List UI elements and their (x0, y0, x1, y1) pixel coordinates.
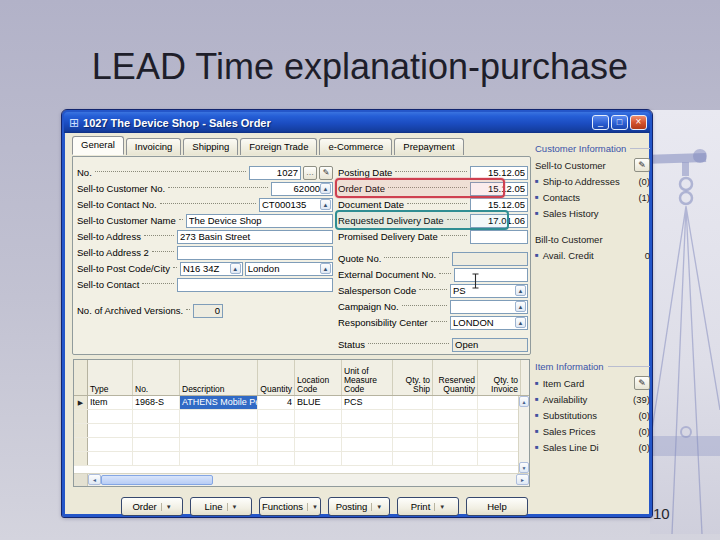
lookup-icon[interactable]: ▲ (320, 263, 331, 274)
cell-description[interactable]: ATHENS Mobile Ped (180, 396, 258, 409)
lookup-icon[interactable]: ▲ (320, 183, 331, 194)
scrollbar-track[interactable] (213, 474, 516, 486)
scroll-up-icon[interactable]: ▲ (519, 396, 529, 407)
link-sales-line-disc[interactable]: ■ Sales Line Di (0) (535, 439, 650, 455)
assist-edit-button[interactable]: … (303, 166, 317, 180)
bill-to-customer-row: Bill-to Customer (535, 231, 650, 247)
document-date-input[interactable]: 15.12.05 (470, 198, 528, 212)
campaign-no-input[interactable]: ▲ (450, 300, 528, 314)
responsibility-center-input[interactable]: LONDON▲ (450, 316, 528, 330)
link-sales-prices[interactable]: ■ Sales Prices (0) (535, 423, 650, 439)
field-quote-no: Quote No. (338, 251, 528, 266)
sales-line-row[interactable]: ▶ Item 1968-S ATHENS Mobile Ped 4 BLUE P… (74, 396, 529, 410)
scrollbar-thumb[interactable] (101, 475, 213, 485)
edit-document-button[interactable]: ✎ (319, 166, 333, 180)
cell-type[interactable]: Item (88, 396, 133, 409)
empty-grid-row[interactable] (74, 410, 529, 424)
tab-invoicing[interactable]: Invoicing (126, 138, 182, 155)
link-label[interactable]: Item Card (543, 378, 585, 389)
window-titlebar[interactable]: ⊞ 1027 The Device Shop - Sales Order _ □… (64, 112, 650, 133)
column-header[interactable]: Reserved Quantity (433, 360, 478, 395)
order-date-input[interactable]: 15.12.05 (470, 182, 528, 196)
sell-to-address-2-input[interactable] (177, 246, 333, 260)
sales-lines-grid: Type No. Description Quantity Location C… (73, 359, 530, 487)
post-code-input[interactable]: N16 34Z▲ (180, 262, 243, 276)
grid-horizontal-scrollbar[interactable]: ◄ ► (74, 473, 529, 486)
sell-to-contact-no-input[interactable]: CT000135▲ (259, 198, 333, 212)
lookup-icon[interactable]: ▲ (515, 301, 526, 312)
cell-no[interactable]: 1968-S (133, 396, 180, 409)
print-menu-button[interactable]: Print▼ (397, 497, 459, 516)
sell-to-contact-input[interactable] (177, 278, 333, 292)
cell-reserved-quantity[interactable] (433, 396, 478, 409)
lookup-icon[interactable]: ▲ (515, 317, 526, 328)
link-contacts[interactable]: ■ Contacts (1) (535, 189, 650, 205)
row-selector-cell[interactable]: ▶ (74, 396, 88, 409)
empty-grid-row[interactable] (74, 452, 529, 466)
cell-uom-code[interactable]: PCS (342, 396, 393, 409)
order-menu-button[interactable]: Order▼ (121, 497, 183, 516)
cell-location-code[interactable]: BLUE (295, 396, 342, 409)
link-label[interactable]: Availability (543, 394, 588, 405)
link-label[interactable]: Avail. Credit (543, 250, 594, 261)
help-button[interactable]: Help (466, 497, 528, 516)
minimize-button[interactable]: _ (592, 115, 609, 130)
link-availability[interactable]: ■ Availability (39) (535, 391, 650, 407)
item-card-row[interactable]: ■ Item Card ✎ (535, 375, 650, 391)
column-header[interactable]: Type (88, 360, 133, 395)
sell-to-address-input[interactable]: 273 Basin Street (177, 230, 333, 244)
salesperson-code-input[interactable]: PS▲ (450, 284, 528, 298)
posting-menu-button[interactable]: Posting▼ (328, 497, 390, 516)
close-button[interactable]: × (630, 115, 647, 130)
lookup-icon[interactable]: ▲ (230, 263, 241, 274)
edit-customer-card-button[interactable]: ✎ (634, 158, 650, 172)
column-header[interactable]: Qty. to Ship (393, 360, 433, 395)
empty-grid-row[interactable] (74, 438, 529, 452)
lookup-icon[interactable]: ▲ (320, 199, 331, 210)
tab-general[interactable]: General (72, 136, 124, 155)
posting-date-input[interactable]: 15.12.05 (470, 166, 528, 180)
column-header[interactable]: Unit of Measure Code (342, 360, 393, 395)
scroll-right-icon[interactable]: ► (516, 474, 529, 485)
tab-prepayment[interactable]: Prepayment (394, 138, 463, 155)
maximize-button[interactable]: □ (611, 115, 628, 130)
no-input[interactable]: 1027 (249, 166, 301, 180)
column-header[interactable]: No. (133, 360, 180, 395)
column-header[interactable]: Quantity (258, 360, 295, 395)
link-sales-history[interactable]: ■ Sales History (535, 205, 650, 221)
edit-item-card-button[interactable]: ✎ (634, 376, 650, 390)
scroll-left-icon[interactable]: ◄ (88, 474, 101, 485)
cell-qty-to-ship[interactable] (393, 396, 433, 409)
link-label[interactable]: Sales Line Di (543, 442, 599, 453)
lookup-icon[interactable]: ▲ (515, 285, 526, 296)
link-avail-credit[interactable]: ■ Avail. Credit 0 (535, 247, 650, 263)
tab-foreign-trade[interactable]: Foreign Trade (240, 138, 317, 155)
requested-delivery-date-input[interactable]: 17.01.06 (470, 214, 528, 228)
sell-to-customer-name-input[interactable]: The Device Shop (186, 214, 333, 228)
link-label[interactable]: Contacts (543, 192, 581, 203)
link-ship-to-addresses[interactable]: ■ Ship-to Addresses (0) (535, 173, 650, 189)
sell-to-customer-no-input[interactable]: 62000▲ (271, 182, 333, 196)
field-label: No. of Archived Versions. (77, 305, 183, 316)
link-label[interactable]: Sales Prices (543, 426, 596, 437)
empty-grid-row[interactable] (74, 424, 529, 438)
link-label[interactable]: Ship-to Addresses (543, 176, 620, 187)
column-header[interactable]: Description (180, 360, 258, 395)
tab-ecommerce[interactable]: e-Commerce (319, 138, 392, 155)
link-substitutions[interactable]: ■ Substitutions (0) (535, 407, 650, 423)
link-label[interactable]: Sales History (543, 208, 599, 219)
functions-menu-button[interactable]: Functions▼ (259, 497, 321, 516)
cell-quantity[interactable]: 4 (258, 396, 295, 409)
grid-vertical-scrollbar[interactable]: ▲ ▼ (518, 396, 529, 473)
field-label: Salesperson Code (338, 285, 416, 296)
city-input[interactable]: London▲ (245, 262, 333, 276)
line-menu-button[interactable]: Line▼ (190, 497, 252, 516)
tab-shipping[interactable]: Shipping (183, 138, 238, 155)
link-label[interactable]: Substitutions (543, 410, 597, 421)
column-header[interactable]: Qty. to Invoice (478, 360, 521, 395)
scroll-down-icon[interactable]: ▼ (519, 462, 529, 473)
column-header[interactable]: Location Code (295, 360, 342, 395)
external-document-no-input[interactable] (454, 268, 528, 282)
promised-delivery-date-input[interactable] (470, 230, 528, 244)
cell-qty-to-invoice[interactable] (478, 396, 521, 409)
